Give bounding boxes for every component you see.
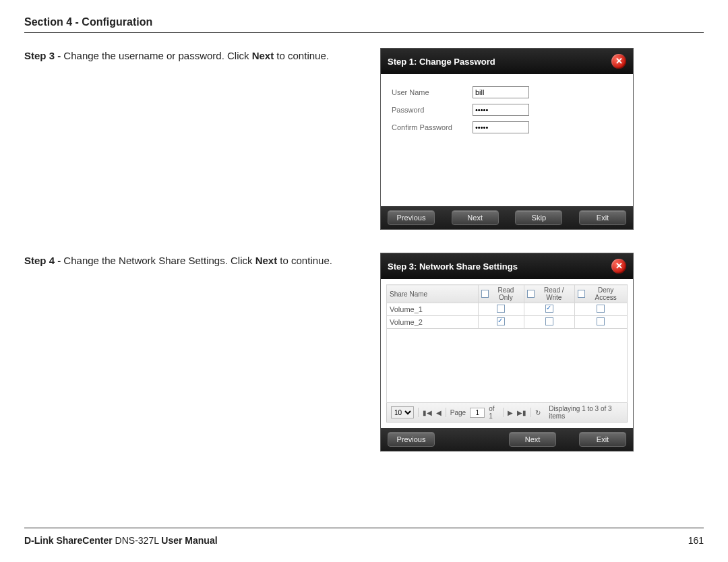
deny-checkbox[interactable] (597, 305, 605, 313)
step3-ta: Change the username or password. Click (63, 50, 251, 61)
col-readonly: Read Only (478, 285, 524, 303)
panel1-footer: Previous Next Skip Exit (381, 206, 633, 229)
separator (418, 408, 419, 417)
col-ro-label: Read Only (491, 286, 521, 301)
share-table: Share Name Read Only Read / Write Deny A… (386, 284, 628, 403)
pagesize-select[interactable]: 10 (391, 406, 414, 418)
step4-tb: to continue. (277, 255, 332, 266)
step3-text: Step 3 - Change the username or password… (24, 48, 361, 63)
password-input[interactable] (473, 104, 529, 116)
exit-button[interactable]: Exit (579, 432, 626, 447)
panel2-body: Share Name Read Only Read / Write Deny A… (381, 279, 633, 428)
step4-next: Next (255, 255, 278, 266)
readonly-checkbox[interactable] (497, 317, 505, 325)
refresh-icon[interactable]: ↻ (535, 409, 541, 416)
share-name-cell: Volume_2 (387, 316, 479, 329)
col-rw-label: Read / Write (537, 286, 572, 301)
empty-area (387, 329, 628, 403)
username-row: User Name (381, 84, 633, 101)
skip-button[interactable]: Skip (515, 210, 562, 225)
brand-bold2: User Manual (161, 535, 217, 546)
col-denyaccess: Deny Access (574, 285, 627, 303)
step3-row: Step 3 - Change the username or password… (24, 48, 704, 230)
panel1-header: Step 1: Change Password ✕ (381, 49, 633, 74)
checkbox-icon[interactable] (481, 290, 489, 298)
step3-prefix: Step 3 - (24, 50, 63, 61)
step3-next: Next (252, 50, 274, 61)
share-name-cell: Volume_1 (387, 303, 479, 316)
change-password-panel: Step 1: Change Password ✕ User Name Pass… (380, 48, 634, 230)
checkbox-icon[interactable] (578, 290, 585, 298)
brand-bold1: D-Link ShareCenter (24, 535, 113, 546)
page-number: 161 (688, 535, 704, 546)
close-icon[interactable]: ✕ (611, 259, 626, 274)
previous-button[interactable]: Previous (388, 210, 435, 225)
step4-text: Step 4 - Change the Network Share Settin… (24, 253, 361, 268)
password-label: Password (392, 106, 473, 114)
first-page-icon[interactable]: ▮◀ (423, 409, 432, 416)
panel1-body: User Name Password Confirm Password (381, 74, 633, 206)
table-row: Volume_1 (387, 303, 628, 316)
section-header: Section 4 - Configuration (24, 16, 704, 33)
confirm-input[interactable] (473, 121, 529, 133)
prev-page-icon[interactable]: ◀ (436, 409, 442, 416)
step4-prefix: Step 4 - (24, 255, 63, 266)
last-page-icon[interactable]: ▶▮ (517, 409, 526, 416)
page-of: of 1 (489, 405, 499, 420)
separator (530, 408, 531, 417)
username-label: User Name (392, 88, 473, 96)
panel1-title: Step 1: Change Password (388, 57, 495, 67)
brand-model: DNS-327L (113, 535, 162, 546)
table-header: Share Name Read Only Read / Write Deny A… (387, 285, 628, 303)
panel2-header: Step 3: Network Share Settings ✕ (381, 253, 633, 279)
share-settings-panel: Step 3: Network Share Settings ✕ Share N… (380, 253, 634, 451)
step4-ta: Change the Network Share Settings. Click (63, 255, 255, 266)
checkbox-icon[interactable] (527, 290, 535, 298)
separator (503, 408, 504, 417)
col-sharename: Share Name (387, 285, 479, 303)
confirm-row: Confirm Password (381, 119, 633, 136)
table-row: Volume_2 (387, 316, 628, 329)
panel2-title: Step 3: Network Share Settings (388, 261, 518, 272)
separator (446, 408, 446, 417)
pager: 10 ▮◀ ◀ Page of 1 ▶ ▶▮ ↻ Displaying 1 to… (386, 403, 628, 423)
next-button[interactable]: Next (452, 210, 499, 225)
confirm-label: Confirm Password (392, 123, 473, 131)
readwrite-checkbox[interactable] (545, 305, 553, 313)
step4-row: Step 4 - Change the Network Share Settin… (24, 253, 704, 451)
next-button[interactable]: Next (509, 432, 556, 447)
page-input[interactable] (470, 408, 485, 418)
readwrite-checkbox[interactable] (545, 317, 553, 325)
panel2-footer: Previous Next Exit (381, 428, 633, 451)
close-icon[interactable]: ✕ (611, 54, 626, 69)
exit-button[interactable]: Exit (579, 210, 626, 225)
previous-button[interactable]: Previous (388, 432, 435, 447)
username-input[interactable] (473, 86, 529, 98)
page-label: Page (450, 409, 466, 416)
pager-status: Displaying 1 to 3 of 3 items (549, 405, 623, 420)
col-readwrite: Read / Write (524, 285, 574, 303)
page-footer: D-Link ShareCenter DNS-327L User Manual … (24, 528, 704, 546)
next-page-icon[interactable]: ▶ (508, 409, 513, 416)
readonly-checkbox[interactable] (497, 305, 505, 313)
password-row: Password (381, 101, 633, 119)
footer-brand: D-Link ShareCenter DNS-327L User Manual (24, 535, 218, 546)
step3-tb: to continue. (274, 50, 329, 61)
deny-checkbox[interactable] (597, 317, 605, 325)
col-deny-label: Deny Access (587, 286, 624, 301)
